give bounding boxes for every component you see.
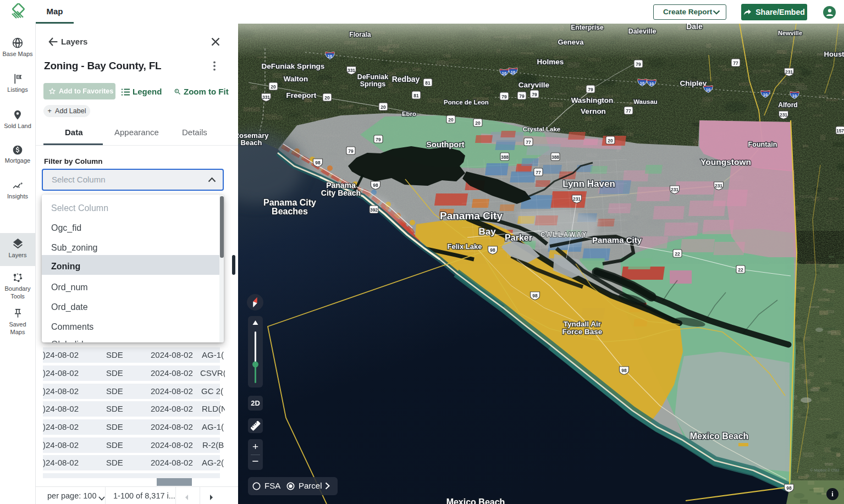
svg-text:Walton: Walton xyxy=(284,75,308,83)
svg-text:Daleville: Daleville xyxy=(628,27,657,35)
svg-text:Florala: Florala xyxy=(349,31,371,38)
svg-text:DeFuniak: DeFuniak xyxy=(357,73,388,81)
svg-text:Holmes: Holmes xyxy=(537,58,564,66)
svg-text:98: 98 xyxy=(532,293,538,298)
svg-text:Springs: Springs xyxy=(360,80,386,88)
svg-text:77: 77 xyxy=(536,170,541,175)
svg-text:98: 98 xyxy=(621,368,627,373)
svg-text:Fountain: Fountain xyxy=(748,141,777,148)
svg-text:10: 10 xyxy=(328,54,332,59)
svg-text:Panama City: Panama City xyxy=(592,235,642,245)
svg-text:77: 77 xyxy=(626,108,631,114)
svg-text:Redbay: Redbay xyxy=(392,75,420,84)
svg-text:Tyndall Air: Tyndall Air xyxy=(564,320,602,328)
svg-text:Chipley: Chipley xyxy=(680,79,707,87)
svg-text:10: 10 xyxy=(649,81,654,86)
svg-text:10: 10 xyxy=(792,93,797,98)
svg-text:79: 79 xyxy=(348,148,354,154)
svg-text:Freeport: Freeport xyxy=(286,91,317,99)
svg-text:Southport: Southport xyxy=(426,140,464,149)
svg-text:231: 231 xyxy=(785,69,793,75)
svg-text:81: 81 xyxy=(413,93,419,98)
svg-text:Alford: Alford xyxy=(778,101,797,109)
svg-text:Geneva: Geneva xyxy=(558,38,584,46)
svg-text:79: 79 xyxy=(588,87,593,92)
svg-text:10: 10 xyxy=(706,87,710,92)
svg-text:79: 79 xyxy=(636,62,641,67)
svg-text:Crystal Lake: Crystal Lake xyxy=(523,126,560,132)
svg-text:Beach: Beach xyxy=(240,139,262,147)
svg-text:77: 77 xyxy=(733,60,738,66)
svg-text:20: 20 xyxy=(324,95,330,101)
svg-text:Vernon: Vernon xyxy=(581,107,606,115)
svg-text:20: 20 xyxy=(608,138,613,143)
svg-text:392: 392 xyxy=(370,207,378,213)
svg-text:Housto: Housto xyxy=(824,50,844,58)
svg-text:98: 98 xyxy=(373,182,378,188)
svg-text:Mexico Beach: Mexico Beach xyxy=(690,431,749,441)
svg-text:City Beach: City Beach xyxy=(321,189,361,197)
svg-text:22: 22 xyxy=(738,267,743,273)
svg-text:10: 10 xyxy=(640,81,644,86)
svg-text:Felix Lake: Felix Lake xyxy=(448,242,482,251)
svg-text:Youngstown: Youngstown xyxy=(700,157,751,167)
svg-text:Beaches: Beaches xyxy=(272,207,308,216)
svg-text:20: 20 xyxy=(271,84,276,90)
svg-text:79: 79 xyxy=(532,92,537,97)
svg-text:Bay: Bay xyxy=(478,226,496,237)
svg-text:20: 20 xyxy=(448,117,454,123)
svg-text:10: 10 xyxy=(502,71,506,76)
svg-text:331: 331 xyxy=(347,68,355,73)
svg-text:Panama City: Panama City xyxy=(440,210,503,221)
svg-text:331: 331 xyxy=(262,95,270,100)
svg-text:Caryville: Caryville xyxy=(518,81,550,89)
svg-text:© Mapbox © OSM: © Mapbox © OSM xyxy=(810,468,840,473)
svg-text:10: 10 xyxy=(763,92,768,97)
svg-text:231: 231 xyxy=(573,196,581,202)
svg-text:10: 10 xyxy=(511,70,515,75)
svg-text:231: 231 xyxy=(780,112,787,118)
svg-text:20: 20 xyxy=(380,104,386,110)
svg-text:Mexico Beach: Mexico Beach xyxy=(446,497,505,504)
svg-text:81: 81 xyxy=(425,80,431,86)
svg-text:Wausau: Wausau xyxy=(633,98,658,105)
svg-text:388: 388 xyxy=(551,154,559,160)
svg-text:Dale: Dale xyxy=(686,24,703,31)
svg-text:231: 231 xyxy=(715,183,722,189)
svg-text:79: 79 xyxy=(376,137,381,142)
svg-text:Ponce de Leon: Ponce de Leon xyxy=(444,99,489,106)
svg-text:79: 79 xyxy=(501,94,507,99)
svg-text:98: 98 xyxy=(490,247,495,253)
svg-text:79: 79 xyxy=(519,93,525,99)
svg-text:98: 98 xyxy=(786,485,792,491)
svg-text:Enterprise: Enterprise xyxy=(571,24,604,31)
svg-text:Panama City: Panama City xyxy=(263,198,316,207)
svg-text:Lynn Haven: Lynn Haven xyxy=(562,179,615,189)
svg-text:20: 20 xyxy=(475,120,481,126)
svg-text:CALLAWAY: CALLAWAY xyxy=(540,231,588,239)
svg-text:Ebro: Ebro xyxy=(402,110,416,117)
svg-text:22: 22 xyxy=(675,251,680,257)
svg-text:231: 231 xyxy=(671,187,678,192)
svg-text:Parker: Parker xyxy=(505,233,532,242)
svg-text:Washington: Washington xyxy=(571,96,614,104)
svg-text:77: 77 xyxy=(526,140,531,145)
svg-text:157: 157 xyxy=(836,128,844,134)
svg-text:Force Base: Force Base xyxy=(562,328,603,336)
svg-text:98: 98 xyxy=(315,160,321,165)
svg-text:DeFuniak Springs: DeFuniak Springs xyxy=(262,62,325,70)
svg-text:388: 388 xyxy=(501,154,509,160)
svg-text:Newville: Newville xyxy=(778,30,802,36)
